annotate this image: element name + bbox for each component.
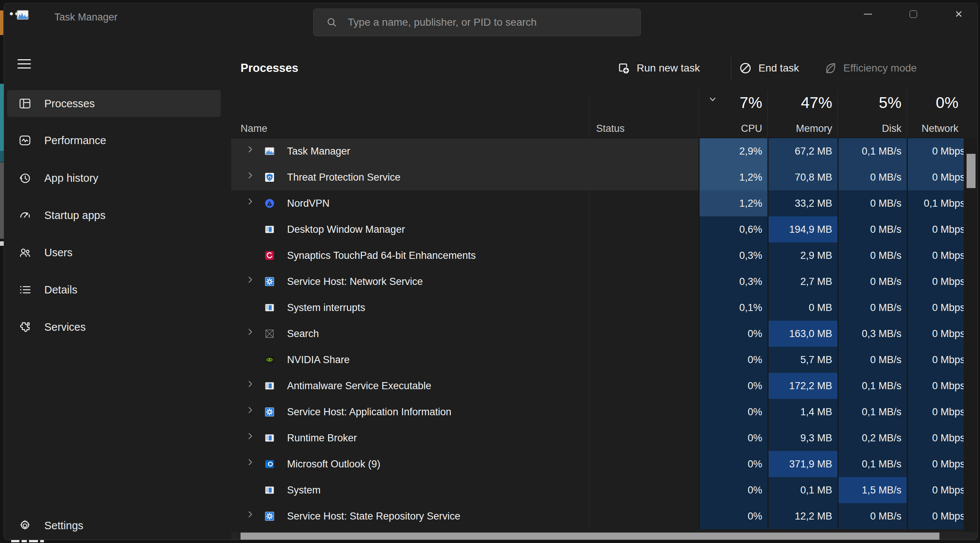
table-row[interactable]: Service Host: State Repository Service 0… [231,503,964,529]
performance-icon [18,134,32,147]
process-name-cell[interactable]: Service Host: Application Information [231,399,589,425]
memory-total-percent: 47% [801,94,832,112]
table-row[interactable]: Task Manager 2,9% 67,2 MB 0,1 MB/s 0 Mbp… [231,138,964,164]
table-row[interactable]: Synaptics TouchPad 64-bit Enhancements 0… [231,242,964,269]
process-name-cell[interactable]: System interrupts [231,295,589,321]
process-name-cell[interactable]: System [231,477,589,503]
column-header-network[interactable]: 0% Network [907,91,964,138]
process-name-cell[interactable]: Task Manager [231,138,589,164]
column-header-cpu[interactable]: 7% CPU [698,91,767,138]
minimize-button[interactable] [855,3,881,25]
vertical-scrollbar-track[interactable] [964,138,978,532]
table-row[interactable]: System interrupts 0,1% 0 MB 0 MB/s 0 Mbp… [231,295,964,321]
disk-cell: 1,5 MB/s [837,477,907,503]
process-icon [264,302,275,313]
cpu-cell: 0% [698,451,767,477]
expand-chevron-icon[interactable] [245,510,255,519]
cpu-total-percent: 7% [740,94,762,112]
sidebar-item-services[interactable]: Services [7,314,221,341]
process-name: Service Host: State Repository Service [287,511,460,522]
table-row[interactable]: Threat Protection Service 1,2% 70,8 MB 0… [231,164,964,190]
table-row[interactable]: NVIDIA Share 0% 5,7 MB 0 MB/s 0 Mbps [231,347,964,373]
process-name-cell[interactable]: Runtime Broker [231,425,589,451]
process-name-cell[interactable]: Service Host: State Repository Service [231,503,589,529]
sidebar-item-label: Services [44,321,86,333]
process-name: Antimalware Service Executable [287,380,431,392]
table-row[interactable]: Desktop Window Manager 0,6% 194,9 MB 0 M… [231,217,964,242]
expand-chevron-icon[interactable] [245,275,255,285]
process-name: Threat Protection Service [287,172,401,183]
close-button[interactable]: ✕ [946,3,971,25]
process-name-cell[interactable]: Search [231,321,589,347]
end-task-button[interactable]: End task [738,58,799,79]
sidebar-item-app-history[interactable]: App history [7,165,221,191]
app-history-icon [18,171,32,185]
network-cell: 0 Mbps [907,269,964,295]
expand-chevron-icon[interactable] [245,457,255,467]
vertical-scrollbar-thumb[interactable] [967,154,975,188]
process-icon [264,406,275,417]
sidebar-item-details[interactable]: Details [7,276,221,303]
disk-cell: 0 MB/s [837,295,907,321]
sidebar-item-processes[interactable]: Processes [7,90,221,117]
expand-chevron-icon[interactable] [245,327,255,337]
table-row[interactable]: Search 0% 163,0 MB 0,3 MB/s 0 Mbps [231,321,964,347]
process-name-cell[interactable]: NordVPN [231,190,589,217]
network-cell: 0 Mbps [907,217,964,242]
sidebar-item-settings[interactable]: Settings [7,512,221,539]
process-name-cell[interactable]: Microsoft Outlook (9) [231,451,589,477]
expand-chevron-icon[interactable] [245,379,255,389]
process-icon [264,172,275,183]
sidebar-item-startup-apps[interactable]: Startup apps [7,202,221,229]
efficiency-mode-button[interactable]: Efficiency mode [823,58,917,79]
process-name-cell[interactable]: Service Host: Network Service [231,269,589,295]
table-row[interactable]: Runtime Broker 0% 9,3 MB 0,2 MB/s 0 Mbps [231,425,964,451]
settings-gear-icon [18,519,32,532]
cpu-cell: 0% [698,425,767,451]
end-task-label: End task [759,62,799,74]
horizontal-scrollbar-thumb[interactable] [240,533,939,540]
search-input[interactable] [348,16,633,28]
table-row[interactable]: Microsoft Outlook (9) 0% 371,9 MB 0,1 MB… [231,451,964,477]
desktop-fragment [29,540,38,542]
network-cell: 0 Mbps [907,295,964,321]
table-row[interactable]: Service Host: Application Information 0%… [231,399,964,425]
column-header-status[interactable]: Status [596,123,625,134]
status-cell [589,242,698,269]
column-header-disk[interactable]: 5% Disk [837,91,907,138]
process-name-cell[interactable]: Threat Protection Service [231,164,589,190]
process-name-cell[interactable]: NVIDIA Share [231,347,589,373]
memory-cell: 33,2 MB [767,190,837,217]
expand-chevron-icon[interactable] [245,197,255,206]
sidebar-item-users[interactable]: Users [7,239,221,266]
process-name: Runtime Broker [287,432,357,444]
desktop-fragment [0,151,4,162]
table-row[interactable]: NordVPN 1,2% 33,2 MB 0 MB/s 0,1 Mbps [231,190,964,217]
expand-chevron-icon[interactable] [245,170,255,180]
titlebar[interactable]: Task Manager ✕ [4,3,977,41]
status-cell [589,347,698,373]
run-new-task-button[interactable]: Run new task [617,58,700,79]
sidebar-item-performance[interactable]: Performance [7,127,221,154]
table-row[interactable]: Antimalware Service Executable 0% 172,2 … [231,373,964,399]
disk-cell: 0,3 MB/s [837,321,907,347]
expand-chevron-icon[interactable] [245,431,255,441]
process-name: Microsoft Outlook (9) [287,459,380,470]
expand-chevron-icon[interactable] [245,145,255,154]
column-header-name[interactable]: Name [240,123,267,134]
table-row[interactable]: System 0% 0,1 MB 1,5 MB/s 0 Mbps [231,477,964,503]
status-cell [589,399,698,425]
cpu-cell: 2,9% [698,138,767,164]
process-name-cell[interactable]: Antimalware Service Executable [231,373,589,399]
efficiency-mode-label: Efficiency mode [843,62,917,74]
process-icon [264,354,275,365]
sidebar-item-label: Startup apps [44,209,105,221]
expand-chevron-icon[interactable] [245,405,255,415]
process-name-cell[interactable]: Desktop Window Manager [231,217,589,242]
table-row[interactable]: Service Host: Network Service 0,3% 2,7 M… [231,269,964,295]
process-icon [264,250,275,261]
search-box[interactable] [313,9,641,36]
process-name-cell[interactable]: Synaptics TouchPad 64-bit Enhancements [231,242,589,269]
maximize-button[interactable] [901,3,926,25]
column-header-memory[interactable]: 47% Memory [767,91,837,138]
